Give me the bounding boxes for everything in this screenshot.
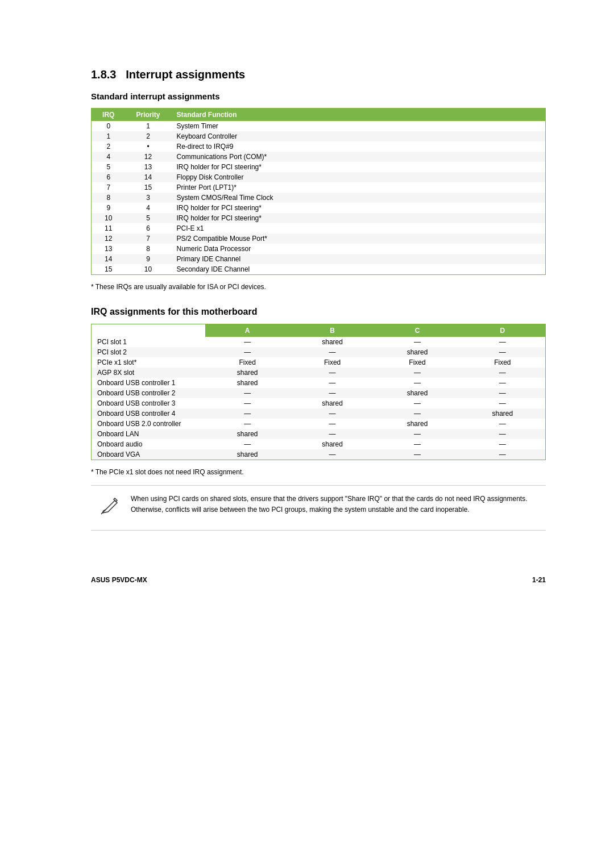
irq-cell: 5	[92, 162, 126, 172]
col-b-cell: —	[290, 419, 375, 429]
table-row: 14 9 Primary IDE Channel	[92, 254, 546, 264]
device-cell: Onboard LAN	[92, 429, 205, 439]
priority-cell: 7	[126, 233, 171, 244]
table-row: Onboard USB controller 4 — — — shared	[92, 408, 546, 419]
device-cell: Onboard USB controller 4	[92, 408, 205, 419]
col-a-cell: Fixed	[205, 357, 290, 368]
priority-cell: 3	[126, 193, 171, 203]
irq-col-d: D	[460, 324, 546, 337]
col-d-cell: —	[460, 337, 546, 347]
table-row: PCI slot 2 — — shared —	[92, 347, 546, 357]
device-cell: PCIe x1 slot*	[92, 357, 205, 368]
function-cell: Numeric Data Processor	[171, 244, 546, 254]
col-b-cell: shared	[290, 439, 375, 449]
table-row: Onboard USB controller 2 — — shared —	[92, 388, 546, 398]
table-row: 2 • Re-direct to IRQ#9	[92, 141, 546, 152]
irq-cell: 14	[92, 254, 126, 264]
priority-cell: 10	[126, 264, 171, 275]
col-c-cell: —	[375, 439, 459, 449]
table-row: Onboard VGA shared — — —	[92, 449, 546, 460]
priority-cell: 15	[126, 182, 171, 193]
function-cell: Floppy Disk Controller	[171, 172, 546, 182]
device-cell: PCI slot 2	[92, 347, 205, 357]
priority-cell: 2	[126, 131, 171, 141]
irq-cell: 15	[92, 264, 126, 275]
table-row: 10 5 IRQ holder for PCI steering*	[92, 213, 546, 223]
table-row: Onboard USB controller 1 shared — — —	[92, 378, 546, 388]
table-row: 7 15 Printer Port (LPT1)*	[92, 182, 546, 193]
table-row: 0 1 System Timer	[92, 121, 546, 131]
col-c-cell: —	[375, 368, 459, 378]
function-cell: Re-direct to IRQ#9	[171, 141, 546, 152]
table-row: 11 6 PCI-E x1	[92, 223, 546, 233]
standard-interrupt-table: IRQ Priority Standard Function 0 1 Syste…	[91, 108, 546, 275]
table-row: 1 2 Keyboard Controller	[92, 131, 546, 141]
priority-cell: 14	[126, 172, 171, 182]
col-d-cell: —	[460, 378, 546, 388]
table-row: 13 8 Numeric Data Processor	[92, 244, 546, 254]
function-cell: Printer Port (LPT1)*	[171, 182, 546, 193]
col-b-cell: —	[290, 388, 375, 398]
col-header-irq: IRQ	[92, 108, 126, 122]
function-cell: IRQ holder for PCI steering*	[171, 162, 546, 172]
priority-cell: 5	[126, 213, 171, 223]
col-a-cell: shared	[205, 368, 290, 378]
irq-cell: 9	[92, 203, 126, 213]
col-a-cell: —	[205, 337, 290, 347]
col-c-cell: —	[375, 337, 459, 347]
priority-cell: 6	[126, 223, 171, 233]
col-a-cell: shared	[205, 449, 290, 460]
table-row: PCI slot 1 — shared — —	[92, 337, 546, 347]
col-d-cell: —	[460, 347, 546, 357]
table-row: Onboard audio — shared — —	[92, 439, 546, 449]
col-b-cell: —	[290, 449, 375, 460]
irq-cell: 11	[92, 223, 126, 233]
table-row: 12 7 PS/2 Compatible Mouse Port*	[92, 233, 546, 244]
irq-cell: 7	[92, 182, 126, 193]
col-c-cell: —	[375, 449, 459, 460]
irq-col-c: C	[375, 324, 459, 337]
col-d-cell: Fixed	[460, 357, 546, 368]
function-cell: Secondary IDE Channel	[171, 264, 546, 275]
irq-col-a: A	[205, 324, 290, 337]
table-row: Onboard USB controller 3 — shared — —	[92, 398, 546, 408]
device-cell: Onboard audio	[92, 439, 205, 449]
col-a-cell: —	[205, 408, 290, 419]
function-cell: IRQ holder for PCI steering*	[171, 203, 546, 213]
col-b-cell: —	[290, 347, 375, 357]
col-c-cell: shared	[375, 419, 459, 429]
col-d-cell: —	[460, 398, 546, 408]
device-cell: Onboard USB 2.0 controller	[92, 419, 205, 429]
irq-col-b: B	[290, 324, 375, 337]
col-c-cell: —	[375, 408, 459, 419]
section-title: 1.8.3 Interrupt assignments	[91, 68, 546, 81]
priority-cell: •	[126, 141, 171, 152]
device-cell: Onboard USB controller 2	[92, 388, 205, 398]
function-cell: PS/2 Compatible Mouse Port*	[171, 233, 546, 244]
col-d-cell: shared	[460, 408, 546, 419]
irq-assignments-title: IRQ assignments for this motherboard	[91, 307, 546, 317]
col-a-cell: —	[205, 347, 290, 357]
irq-cell: 10	[92, 213, 126, 223]
col-a-cell: —	[205, 439, 290, 449]
col-b-cell: shared	[290, 398, 375, 408]
footer-page: 1-21	[532, 576, 546, 584]
note-box: When using PCI cards on shared slots, en…	[91, 485, 546, 531]
col-header-priority: Priority	[126, 108, 171, 122]
priority-cell: 1	[126, 121, 171, 131]
table-row: 4 12 Communications Port (COM)*	[92, 152, 546, 162]
table-row: 9 4 IRQ holder for PCI steering*	[92, 203, 546, 213]
col-b-cell: shared	[290, 337, 375, 347]
table-row: 5 13 IRQ holder for PCI steering*	[92, 162, 546, 172]
col-c-cell: —	[375, 429, 459, 439]
col-d-cell: —	[460, 449, 546, 460]
irq-cell: 4	[92, 152, 126, 162]
device-cell: PCI slot 1	[92, 337, 205, 347]
table-row: Onboard LAN shared — — —	[92, 429, 546, 439]
device-cell: AGP 8X slot	[92, 368, 205, 378]
irq-assignments-table: A B C D PCI slot 1 — shared — — PCI slot…	[91, 324, 546, 460]
col-header-function: Standard Function	[171, 108, 546, 122]
col-b-cell: —	[290, 429, 375, 439]
irq-cell: 1	[92, 131, 126, 141]
col-d-cell: —	[460, 368, 546, 378]
